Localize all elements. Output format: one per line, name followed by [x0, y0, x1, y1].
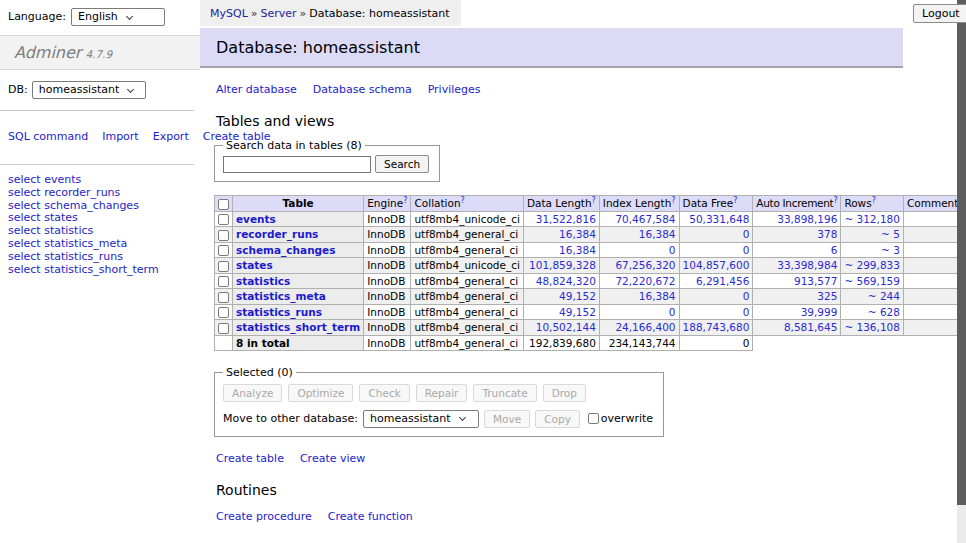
analyze-button[interactable]: Analyze	[223, 384, 282, 402]
select-all-cell[interactable]	[215, 196, 233, 212]
repair-button[interactable]: Repair	[416, 384, 468, 402]
row-checkbox[interactable]	[218, 292, 229, 303]
data-length-cell[interactable]: 10,502,144	[523, 320, 599, 336]
rows-cell[interactable]: ~ 3	[841, 242, 904, 258]
create-function-link[interactable]: Create function	[328, 510, 413, 523]
sidebar-select-link[interactable]: select schema_changes	[8, 199, 139, 212]
sidebar-select-link[interactable]: select statistics	[8, 224, 93, 237]
row-checkbox-cell	[215, 242, 233, 258]
data-length-cell[interactable]: 49,152	[523, 289, 599, 305]
table-link[interactable]: statistics_meta	[236, 290, 326, 302]
breadcrumb-mysql-link[interactable]: MySQL	[210, 7, 248, 20]
data-length-cell[interactable]: 16,384	[523, 242, 599, 258]
breadcrumb-server-link[interactable]: Server	[261, 7, 297, 20]
routines-heading: Routines	[216, 482, 903, 498]
sidebar-select-link[interactable]: select states	[8, 211, 78, 224]
move-row: Move to other database:homeassistantMove…	[223, 410, 653, 428]
engine-cell: InnoDB	[364, 227, 411, 243]
check-button[interactable]: Check	[359, 384, 409, 402]
data-length-cell[interactable]: 101,859,328	[523, 258, 599, 274]
create-table-link[interactable]: Create table	[216, 452, 284, 465]
data-length-cell[interactable]: 31,522,816	[523, 211, 599, 227]
export-link[interactable]: Export	[153, 130, 189, 143]
search-fieldset: Search data in tables (8) Search	[214, 139, 440, 182]
help-icon[interactable]: ?	[833, 196, 837, 205]
database-schema-link[interactable]: Database schema	[313, 83, 412, 96]
sql-command-link[interactable]: SQL command	[8, 130, 88, 143]
help-icon[interactable]: ?	[733, 196, 737, 205]
logout-button[interactable]: Logout	[913, 4, 966, 23]
drop-button[interactable]: Drop	[543, 384, 586, 402]
create-view-link[interactable]: Create view	[300, 452, 365, 465]
rows-cell[interactable]: ~ 136,108	[841, 320, 904, 336]
scrollbar-thumb[interactable]	[957, 0, 966, 505]
rows-cell[interactable]: ~ 244	[841, 289, 904, 305]
index-length-cell[interactable]: 0	[599, 304, 679, 320]
sidebar-select-link[interactable]: select recorder_runs	[8, 186, 120, 199]
db-select[interactable]: homeassistant	[32, 81, 146, 99]
privileges-link[interactable]: Privileges	[428, 83, 481, 96]
table-link[interactable]: events	[236, 213, 276, 225]
engine-cell: InnoDB	[364, 258, 411, 274]
search-button[interactable]: Search	[375, 155, 429, 173]
data-length-cell[interactable]: 48,824,320	[523, 273, 599, 289]
search-input[interactable]	[223, 156, 371, 173]
row-checkbox[interactable]	[218, 214, 229, 225]
help-icon[interactable]: ?	[671, 196, 675, 205]
rows-cell[interactable]: ~ 299,833	[841, 258, 904, 274]
index-length-cell[interactable]: 16,384	[599, 227, 679, 243]
index-length-cell[interactable]: 0	[599, 242, 679, 258]
row-checkbox[interactable]	[218, 261, 229, 272]
overwrite-checkbox[interactable]	[588, 413, 599, 424]
table-link[interactable]: recorder_runs	[236, 228, 318, 240]
help-icon[interactable]: ?	[461, 196, 465, 205]
data-length-cell[interactable]: 16,384	[523, 227, 599, 243]
scrollbar[interactable]	[957, 0, 966, 543]
help-icon[interactable]: ?	[592, 196, 596, 205]
table-link[interactable]: statistics_runs	[236, 306, 322, 318]
table-link[interactable]: states	[236, 259, 273, 271]
rows-cell[interactable]: ~ 569,159	[841, 273, 904, 289]
table-row: eventsInnoDButf8mb4_unicode_ci31,522,816…	[215, 211, 966, 227]
row-checkbox[interactable]	[218, 276, 229, 287]
rows-cell[interactable]: ~ 312,180	[841, 211, 904, 227]
index-length-cell[interactable]: 70,467,584	[599, 211, 679, 227]
sidebar-select-link[interactable]: select events	[8, 173, 81, 186]
data-length-cell[interactable]: 49,152	[523, 304, 599, 320]
row-checkbox[interactable]	[218, 245, 229, 256]
help-icon[interactable]: ?	[403, 196, 407, 205]
sidebar-select-link[interactable]: select statistics_runs	[8, 250, 123, 263]
optimize-button[interactable]: Optimize	[288, 384, 353, 402]
rows-cell[interactable]: ~ 5	[841, 227, 904, 243]
index-length-cell[interactable]: 24,166,400	[599, 320, 679, 336]
language-select[interactable]: English	[71, 8, 165, 26]
rows-cell[interactable]: ~ 628	[841, 304, 904, 320]
alter-database-link[interactable]: Alter database	[216, 83, 297, 96]
row-checkbox[interactable]	[218, 307, 229, 318]
index-length-cell[interactable]: 67,256,320	[599, 258, 679, 274]
table-link[interactable]: statistics_short_term	[236, 321, 360, 333]
select-all-checkbox[interactable]	[218, 199, 229, 210]
collation-cell: utf8mb4_general_ci	[411, 304, 523, 320]
create-procedure-link[interactable]: Create procedure	[216, 510, 312, 523]
move-button[interactable]: Move	[484, 410, 530, 428]
auto-increment-cell: 913,577	[753, 273, 841, 289]
table-link[interactable]: schema_changes	[236, 244, 336, 256]
index-length-cell[interactable]: 16,384	[599, 289, 679, 305]
move-db-select[interactable]: homeassistant	[363, 410, 479, 428]
data-free-cell: 188,743,680	[679, 320, 753, 336]
row-checkbox[interactable]	[218, 230, 229, 241]
sidebar-select-link[interactable]: select statistics_short_term	[8, 263, 159, 276]
sidebar-select-link[interactable]: select statistics_meta	[8, 237, 127, 250]
tables-heading: Tables and views	[216, 113, 903, 129]
row-checkbox-cell	[215, 273, 233, 289]
total-data-length-cell: 192,839,680	[523, 335, 599, 350]
import-link[interactable]: Import	[102, 130, 139, 143]
row-checkbox[interactable]	[218, 323, 229, 334]
truncate-button[interactable]: Truncate	[473, 384, 536, 402]
help-icon[interactable]: ?	[872, 196, 876, 205]
table-link[interactable]: statistics	[236, 275, 290, 287]
index-length-cell[interactable]: 72,220,672	[599, 273, 679, 289]
table-row: statisticsInnoDButf8mb4_general_ci48,824…	[215, 273, 966, 289]
copy-button[interactable]: Copy	[535, 410, 580, 428]
